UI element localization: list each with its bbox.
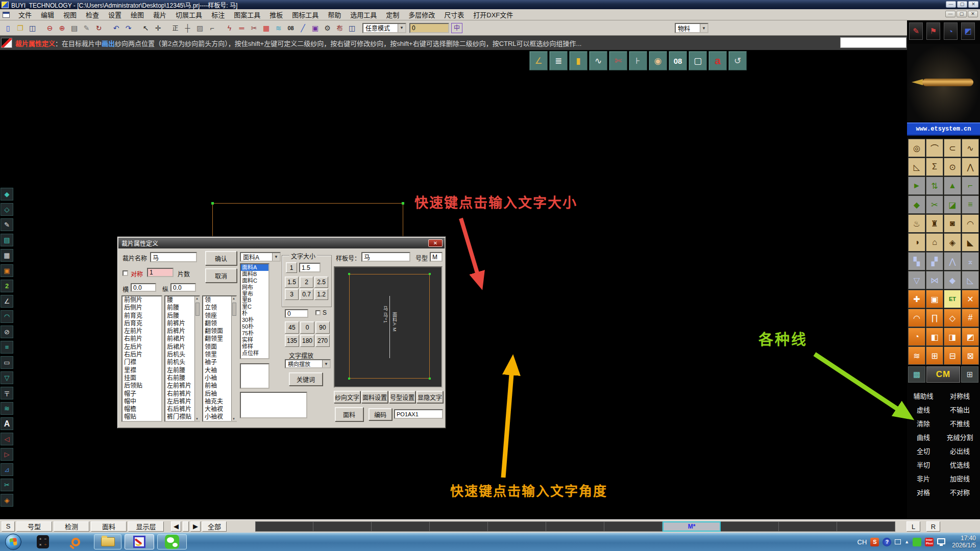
all-button[interactable]: 全部 (202, 521, 227, 532)
tool-icon[interactable]: ⌐ (962, 177, 979, 195)
menu-item[interactable]: 检查 (81, 9, 104, 20)
tool-icon[interactable]: ◩ (962, 328, 979, 346)
tool-icon[interactable]: ◇ (1, 203, 13, 216)
tool-icon[interactable]: ⊿ (1, 463, 13, 476)
symmetry-checkbox[interactable] (122, 270, 128, 276)
line-type-option[interactable]: 全切 (907, 446, 940, 456)
tool-icon[interactable]: ◺ (908, 158, 925, 176)
text-size-preset-button[interactable]: 0.7 (300, 289, 313, 300)
piece-name-option[interactable]: 后育克 (122, 320, 161, 328)
panel-icon[interactable]: ◔ (944, 22, 958, 40)
tool-icon[interactable]: ◠ (962, 214, 979, 233)
sogou-icon[interactable]: S (870, 538, 879, 546)
line-type-option[interactable]: 非片 (907, 473, 940, 483)
tool-icon[interactable]: ♨ (908, 214, 925, 233)
cancel-button[interactable]: 取消 (205, 268, 237, 283)
tool-icon[interactable]: ▽ (1, 371, 13, 384)
menu-item[interactable]: 推板 (265, 9, 287, 20)
restore-window-icon[interactable] (895, 539, 901, 544)
tool-icon[interactable]: ⊟ (944, 346, 961, 365)
tool-icon[interactable]: ⊞ (926, 346, 943, 365)
size-cell[interactable] (779, 521, 837, 532)
taskbar-explorer[interactable] (94, 534, 121, 549)
tool-icon[interactable]: ET (944, 290, 961, 308)
tool-icon[interactable]: ◈ (1, 494, 13, 507)
tool-icon[interactable]: ⇅ (926, 177, 943, 195)
tool-icon[interactable]: ∿ (962, 139, 979, 157)
tool-icon[interactable]: ◆ (908, 195, 925, 214)
piece-name-option[interactable]: 门襟 (122, 359, 161, 366)
toolbar-icon[interactable]: ≋ (273, 22, 284, 34)
symmetry-count-input[interactable] (147, 268, 174, 277)
prev-arrow-button[interactable]: ◀ (171, 521, 181, 532)
piece-name-option[interactable]: 帽贴 (122, 413, 161, 421)
taskbar-wechat[interactable] (157, 534, 187, 549)
tool-icon[interactable]: ◠ (908, 309, 925, 327)
angle-preset-button[interactable]: 270 (315, 335, 330, 347)
panel-icon[interactable]: ⚑ (926, 22, 940, 40)
float-tool-button[interactable]: ▢ (689, 51, 707, 70)
tool-icon[interactable]: ≋ (908, 346, 925, 365)
tool-icon[interactable]: ◧ (926, 328, 943, 346)
tool-icon[interactable]: ⊘ (1, 325, 13, 338)
toolbar-icon[interactable]: ↶ (110, 22, 122, 34)
dialog-close-button[interactable]: ✕ (428, 239, 443, 247)
tool-icon[interactable]: # (962, 309, 979, 327)
tool-icon[interactable]: ◣ (962, 233, 979, 252)
size-cell[interactable] (430, 521, 488, 532)
line-type-option[interactable]: 半切 (907, 460, 940, 469)
tool-icon[interactable]: ∏ (926, 309, 943, 327)
tool-icon[interactable]: ⊙ (944, 158, 961, 176)
wechat-tray-icon[interactable] (913, 538, 921, 546)
splitter[interactable] (183, 521, 189, 532)
fabric-button[interactable]: 面料 (335, 407, 363, 421)
line-type-option[interactable]: 辅助线 (907, 391, 940, 400)
fabric-select[interactable]: 面料A ▼ (240, 252, 281, 262)
close-button[interactable]: ✕ (968, 1, 978, 8)
line-type-option[interactable]: 不输出 (940, 405, 980, 414)
menu-item[interactable]: 选用工具 (346, 9, 381, 20)
value-input[interactable] (409, 23, 449, 33)
child-minimize-button[interactable]: — (945, 11, 955, 17)
language-indicator[interactable]: CH (857, 538, 867, 546)
grain-text-button[interactable]: 纱向文字 (334, 391, 360, 403)
float-tool-button[interactable]: ≣ (549, 51, 568, 70)
fabric-option[interactable]: 面料B (241, 271, 268, 278)
tool-icon[interactable]: ◺ (962, 271, 979, 289)
corner-point[interactable] (402, 202, 404, 205)
tool-icon[interactable]: ⊞ (961, 366, 978, 383)
minimize-button[interactable]: — (946, 1, 956, 8)
photo-app-icon[interactable]: InterPhot (925, 538, 934, 546)
tool-icon[interactable]: ◎ (908, 139, 925, 157)
menu-item[interactable]: 帮助 (323, 9, 346, 20)
fabric-option[interactable]: 里B (241, 297, 268, 304)
next-arrow-button[interactable]: ▶ (190, 521, 201, 532)
size-cell[interactable] (721, 521, 779, 532)
fabric-option[interactable]: 里布 (241, 291, 268, 297)
center-button[interactable]: 中 (451, 23, 462, 33)
code-button[interactable]: 编码 (369, 408, 392, 420)
fabric-option[interactable]: 点位样 (241, 350, 268, 357)
size-cell[interactable] (488, 521, 546, 532)
tool-icon[interactable]: ⊂ (944, 139, 961, 157)
menu-item[interactable]: 视图 (59, 9, 81, 20)
fabric-option[interactable]: 网布 (241, 284, 268, 291)
keyword-button[interactable]: 关键词 (289, 372, 323, 386)
toolbar-icon[interactable]: ▣ (309, 22, 321, 34)
angle-preset-button[interactable]: 90 (315, 321, 330, 334)
menu-item[interactable]: 多层修改 (404, 9, 439, 20)
tool-icon[interactable]: ≡ (962, 195, 979, 214)
angle-preset-button[interactable]: 0 (300, 321, 314, 334)
menu-item[interactable]: 绘图 (126, 9, 149, 20)
tool-icon[interactable]: 2 (1, 280, 13, 292)
line-type-option[interactable]: 对称线 (940, 391, 980, 400)
toolbar-icon[interactable]: ▦ (260, 22, 272, 34)
toolbar-icon[interactable]: ┼ (182, 22, 193, 34)
size-cell[interactable] (837, 521, 895, 532)
panel-icon[interactable]: ◩ (961, 22, 975, 40)
float-tool-button[interactable]: ⊦ (629, 51, 647, 70)
line-type-option[interactable]: 对格 (907, 487, 940, 497)
size-cell[interactable] (255, 521, 313, 532)
tool-icon[interactable]: ✕ (962, 290, 979, 308)
tool-icon[interactable]: ⋈ (926, 271, 943, 289)
